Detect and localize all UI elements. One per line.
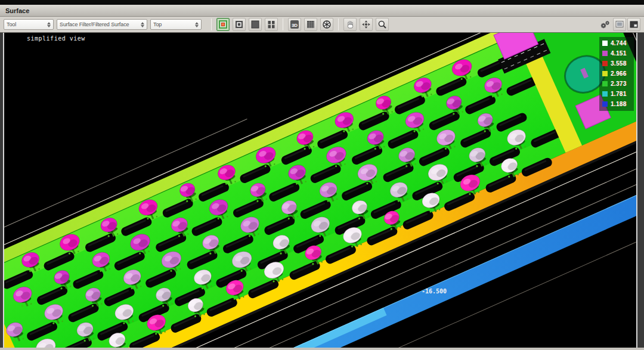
legend-swatch: [602, 101, 608, 107]
legend-row: 1.188: [602, 100, 631, 108]
window-display-button[interactable]: [613, 18, 626, 31]
3d-view-icon: 3D: [290, 20, 299, 29]
window-display-icon: [615, 20, 624, 29]
legend-row: 4.744: [602, 39, 631, 47]
view-orientation-dropdown-value: Top: [153, 21, 193, 27]
elevation-label: -16.500: [422, 288, 447, 295]
toolbar-separator: [338, 18, 339, 30]
spinner-arrows-icon: [195, 22, 199, 27]
zoom-magnifier-button[interactable]: [376, 18, 389, 31]
tool-dropdown-value: Tool: [7, 21, 45, 27]
pan-hand-icon: [345, 20, 355, 29]
legend-swatch: [602, 91, 608, 97]
surface-app-window: Surface Tool Surface Filter/Filtered Sur…: [0, 0, 644, 350]
toolbar-separator: [283, 18, 283, 30]
surface-filter-dropdown[interactable]: Surface Filter/Filtered Surface: [57, 19, 147, 30]
toolbar: Tool Surface Filter/Filtered Surface Top: [0, 17, 644, 33]
settings-gears-button[interactable]: [599, 18, 612, 31]
legend-swatch: [602, 61, 608, 66]
toolbar-separator: [211, 18, 212, 30]
legend-swatch: [602, 51, 608, 56]
layout-display-button[interactable]: [627, 18, 640, 31]
page-title: Surface: [5, 7, 29, 14]
view-orientation-dropdown[interactable]: Top: [150, 19, 202, 30]
toolbar-right-group: [599, 18, 640, 31]
scene-canvas: [4, 33, 636, 348]
spinner-arrows-icon: [141, 22, 144, 27]
wheel-segments-button[interactable]: [320, 18, 333, 31]
legend-value: 2.966: [611, 70, 627, 77]
orbit-rotate-icon: [361, 20, 371, 29]
elevation-legend: 4.7444.1513.5582.9662.3731.7811.188: [599, 37, 634, 111]
settings-gears-icon: [600, 20, 611, 29]
box-outline-icon: [234, 20, 244, 29]
legend-value: 1.781: [611, 91, 627, 97]
split-view-icon: [267, 20, 276, 29]
window-bottom-edge: [0, 348, 644, 350]
mesh-view-icon: [306, 20, 315, 29]
legend-swatch: [602, 41, 608, 46]
legend-value: 4.151: [611, 50, 627, 57]
legend-value: 2.373: [611, 80, 627, 87]
view-mode-label: simplified view: [27, 35, 85, 42]
legend-row: 4.151: [602, 49, 631, 57]
tool-dropdown[interactable]: Tool: [4, 19, 54, 30]
legend-value: 1.188: [611, 101, 627, 107]
mesh-view-button[interactable]: [304, 18, 317, 31]
box-outline-button[interactable]: [233, 18, 246, 31]
window-top-edge: [0, 0, 644, 5]
legend-row: 1.781: [602, 90, 631, 98]
3d-view-button[interactable]: 3D: [288, 18, 301, 31]
wheel-segments-icon: [322, 20, 332, 29]
zoom-magnifier-icon: [377, 20, 387, 29]
surface-filter-dropdown-value: Surface Filter/Filtered Surface: [60, 21, 138, 27]
orbit-rotate-button[interactable]: [360, 18, 373, 31]
spinner-arrows-icon: [47, 22, 51, 27]
legend-row: 2.373: [602, 80, 631, 88]
viewport-3d[interactable]: simplified view -16.500 4.7444.1513.5582…: [3, 33, 637, 348]
box-solid-button[interactable]: [249, 18, 262, 31]
legend-value: 3.558: [611, 60, 627, 67]
window-title-bar[interactable]: Surface: [0, 5, 644, 17]
legend-value: 4.744: [611, 40, 627, 47]
legend-row: 3.558: [602, 60, 631, 67]
legend-swatch: [602, 71, 608, 76]
legend-swatch: [602, 81, 608, 86]
legend-row: 2.966: [602, 70, 631, 78]
pan-hand-button[interactable]: [343, 18, 357, 31]
point-style-button[interactable]: [216, 18, 230, 31]
point-style-icon: [218, 20, 228, 29]
layout-display-icon: [629, 20, 639, 29]
svg-text:3D: 3D: [292, 23, 298, 28]
split-view-button[interactable]: [265, 18, 278, 31]
box-solid-icon: [250, 20, 260, 29]
